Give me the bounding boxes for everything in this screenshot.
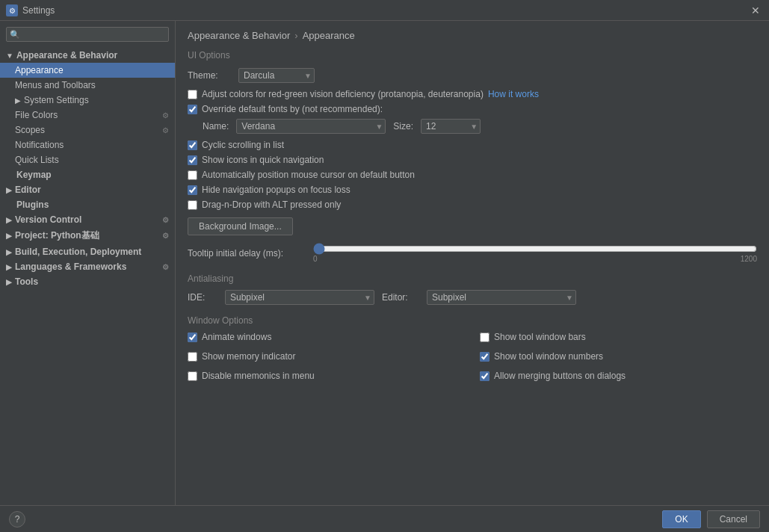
antialiasing-title: Antialiasing [188, 273, 757, 284]
checkbox-hide-nav[interactable] [188, 185, 197, 195]
help-button[interactable]: ? [9, 511, 25, 528]
sidebar-item-languages-frameworks[interactable]: Languages & Frameworks⚙ [0, 259, 175, 274]
checkbox-row-show-icons: Show icons in quick navigation [188, 155, 757, 165]
arrow-icon [6, 248, 12, 256]
checkbox-cyclic-scroll[interactable] [188, 140, 197, 150]
breadcrumb: Appearance & Behavior › Appearance [188, 30, 757, 41]
ui-options-title: UI Options [188, 50, 757, 61]
tooltip-slider[interactable] [313, 243, 757, 255]
settings-icon: ⚙ [162, 216, 169, 224]
sidebar-item-menus-toolbars[interactable]: Menus and Toolbars [0, 78, 175, 93]
ide-dropdown-wrapper: Subpixel Greyscale None ▼ [225, 290, 374, 305]
sidebar-item-label: File Colors [15, 110, 58, 120]
theme-select[interactable]: Darcula IntelliJ High Contrast [238, 68, 315, 83]
checkbox-show-memory[interactable] [188, 352, 197, 362]
arrow-icon [6, 216, 12, 224]
background-image-button[interactable]: Background Image... [188, 217, 293, 235]
editor-antialiasing-select[interactable]: Subpixel Greyscale None [427, 290, 576, 305]
sidebar-item-label: Languages & Frameworks [15, 262, 126, 272]
checkbox-drag-drop[interactable] [188, 200, 197, 210]
settings-icon: ⚙ [162, 126, 169, 134]
background-image-section: Background Image... [188, 217, 757, 235]
checkbox-row-show-tool-bars: Show tool window bars [480, 332, 757, 342]
checkbox-label-hide-nav: Hide navigation popups on focus loss [202, 185, 350, 195]
checkbox-disable-mnemonics[interactable] [188, 371, 197, 381]
sidebar-item-tools[interactable]: Tools [0, 274, 175, 289]
settings-icon: ⚙ [162, 263, 169, 271]
settings-icon: ⚙ [162, 232, 169, 240]
cancel-button[interactable]: Cancel [707, 510, 760, 528]
tooltip-slider-row: Tooltip initial delay (ms): 0 1200 [188, 243, 757, 263]
checkbox-label-auto-position: Automatically position mouse cursor on d… [202, 170, 415, 180]
antialiasing-ide-row: IDE: Subpixel Greyscale None ▼ Editor: S… [188, 290, 757, 305]
search-input[interactable] [23, 29, 165, 40]
checkbox-show-tool-numbers[interactable] [480, 352, 489, 362]
search-bar: 🔍 [0, 24, 175, 45]
sidebar-item-appearance-behavior[interactable]: Appearance & Behavior [0, 48, 175, 63]
title-bar: ⚙ Settings ✕ [0, 0, 769, 21]
sidebar-item-notifications[interactable]: Notifications [0, 137, 175, 152]
checkbox-adj-colors[interactable] [188, 90, 197, 99]
content-panel: Appearance & Behavior › Appearance UI Op… [176, 21, 769, 505]
bottom-bar: ? OK Cancel [0, 505, 769, 532]
slider-wrapper: 0 1200 [313, 243, 757, 263]
checkbox-allow-merging[interactable] [480, 371, 489, 381]
sidebar-item-scopes[interactable]: Scopes⚙ [0, 123, 175, 137]
checkbox-row-adj-colors: Adjust colors for red-green vision defic… [188, 89, 757, 99]
arrow-icon [15, 96, 21, 105]
checkbox-row-cyclic: Cyclic scrolling in list [188, 140, 757, 150]
sidebar-item-plugins[interactable]: Plugins [0, 197, 175, 212]
checkbox-label-show-memory: Show memory indicator [202, 351, 295, 362]
checkbox-label-show-tool-numbers: Show tool window numbers [494, 351, 603, 362]
checkbox-show-icons[interactable] [188, 155, 197, 165]
sidebar-item-label: Keymap [16, 170, 52, 180]
sidebar-item-label: Build, Execution, Deployment [15, 247, 141, 257]
main-layout: 🔍 Appearance & BehaviorAppearanceMenus a… [0, 21, 769, 505]
theme-row: Theme: Darcula IntelliJ High Contrast ▼ [188, 68, 757, 83]
sidebar-item-appearance[interactable]: Appearance [0, 63, 175, 78]
font-name-label: Name: [203, 121, 229, 132]
sidebar-item-label: Menus and Toolbars [15, 80, 96, 90]
ok-button[interactable]: OK [662, 510, 700, 528]
sidebar-item-label: Appearance & Behavior [16, 50, 117, 61]
theme-label: Theme: [188, 70, 232, 81]
arrow-icon [6, 52, 13, 60]
sidebar-item-keymap[interactable]: Keymap [0, 167, 175, 182]
sidebar: 🔍 Appearance & BehaviorAppearanceMenus a… [0, 21, 176, 505]
close-button[interactable]: ✕ [748, 4, 763, 16]
checkbox-label-animate-windows: Animate windows [202, 332, 271, 342]
sidebar-item-label: Quick Lists [15, 155, 59, 165]
sidebar-item-editor[interactable]: Editor [0, 182, 175, 197]
font-name-select[interactable]: Verdana Arial Helvetica Courier New Mono… [236, 119, 386, 134]
search-input-wrapper: 🔍 [6, 27, 169, 42]
checkbox-label-show-icons: Show icons in quick navigation [202, 155, 324, 165]
sidebar-item-label: Scopes [15, 125, 45, 135]
font-size-select[interactable]: 10 11 12 13 14 16 18 20 [421, 119, 481, 134]
font-name-size-row: Name: Verdana Arial Helvetica Courier Ne… [203, 119, 757, 134]
sidebar-item-quick-lists[interactable]: Quick Lists [0, 152, 175, 167]
ide-antialiasing-select[interactable]: Subpixel Greyscale None [225, 290, 374, 305]
checkbox-override-fonts[interactable] [188, 105, 197, 114]
sidebar-item-system-settings[interactable]: System Settings [0, 93, 175, 108]
slider-min-label: 0 [313, 255, 318, 263]
checkbox-row-allow-merging: Allow merging buttons on dialogs [480, 371, 757, 381]
checkbox-row-disable-mnemonics: Disable mnemonics in menu [188, 371, 465, 381]
sidebar-item-version-control[interactable]: Version Control⚙ [0, 212, 175, 227]
checkbox-row-show-tool-numbers: Show tool window numbers [480, 351, 757, 362]
sidebar-item-label: Version Control [15, 214, 81, 225]
checkbox-auto-position[interactable] [188, 170, 197, 180]
sidebar-item-label: Tools [15, 276, 38, 287]
sidebar-item-label: Editor [15, 185, 41, 195]
checkbox-show-tool-bars[interactable] [480, 332, 489, 342]
font-size-label: Size: [393, 121, 413, 132]
settings-icon: ⚙ [162, 111, 169, 120]
slider-max-label: 1200 [741, 255, 757, 263]
svg-text:⚙: ⚙ [9, 7, 16, 15]
how-it-works-link[interactable]: How it works [488, 89, 539, 99]
sidebar-item-project[interactable]: Project: Python基础⚙ [0, 227, 175, 244]
checkbox-label-adj-colors: Adjust colors for red-green vision defic… [202, 89, 484, 99]
sidebar-item-file-colors[interactable]: File Colors⚙ [0, 108, 175, 123]
checkbox-animate-windows[interactable] [188, 332, 197, 342]
sidebar-item-build-execution[interactable]: Build, Execution, Deployment [0, 244, 175, 259]
arrow-icon [6, 278, 12, 286]
